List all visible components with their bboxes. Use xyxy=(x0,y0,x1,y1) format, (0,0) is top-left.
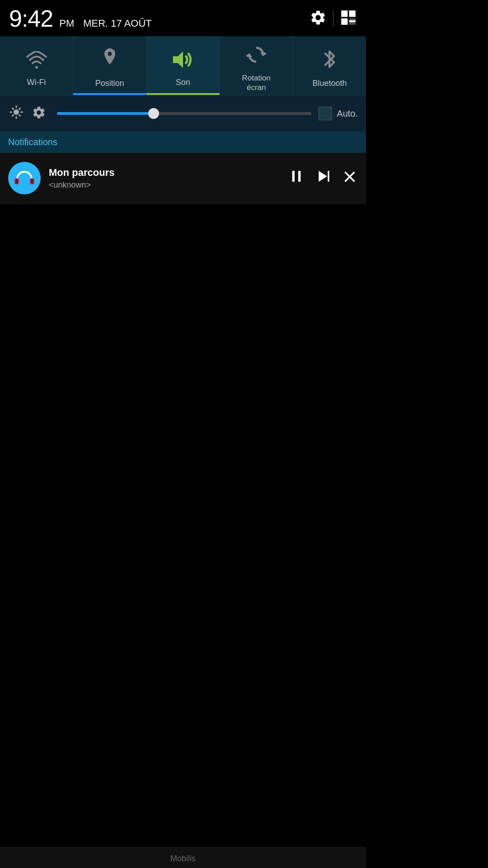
svg-rect-1 xyxy=(349,10,356,17)
close-button[interactable] xyxy=(342,168,358,189)
svg-rect-12 xyxy=(31,179,33,184)
svg-point-5 xyxy=(35,66,38,69)
brightness-fill xyxy=(57,112,154,115)
notifications-header: Notifications xyxy=(0,132,366,153)
notif-subtitle: <unknown> xyxy=(49,180,279,190)
status-bar: 9:42 PM MER. 17 AOÛT xyxy=(0,0,366,36)
svg-marker-15 xyxy=(319,171,327,182)
pause-button[interactable] xyxy=(287,167,305,189)
bluetooth-icon xyxy=(321,48,338,75)
tile-position-label: Position xyxy=(95,79,124,89)
svg-rect-13 xyxy=(292,171,295,182)
multitask-icon[interactable] xyxy=(340,9,357,28)
status-left: 9:42 PM MER. 17 AOÛT xyxy=(9,5,152,32)
clock-time: 9:42 xyxy=(9,5,53,32)
brightness-slider[interactable] xyxy=(57,112,311,115)
clock-ampm: PM xyxy=(59,18,74,29)
tile-bluetooth[interactable]: Bluetooth xyxy=(293,36,366,95)
auto-brightness-label: Auto. xyxy=(337,108,358,119)
status-date: MER. 17 AOÛT xyxy=(83,18,152,29)
tile-rotation-indicator xyxy=(220,93,293,95)
notif-app-icon xyxy=(8,162,41,194)
bottom-bar: Mobilis xyxy=(0,847,366,868)
svg-rect-16 xyxy=(328,171,329,182)
svg-rect-14 xyxy=(298,171,300,182)
tile-position-indicator xyxy=(73,93,146,95)
empty-area xyxy=(0,204,366,746)
notif-title: Mon parcours xyxy=(49,167,279,179)
wifi-icon xyxy=(26,49,47,74)
tile-position[interactable]: Position xyxy=(73,36,146,95)
svg-point-6 xyxy=(108,52,112,56)
tile-rotation-label: Rotation écran xyxy=(242,74,271,92)
notification-card[interactable]: Mon parcours <unknown> xyxy=(0,153,366,204)
brightness-row: Auto. xyxy=(0,95,366,132)
svg-marker-7 xyxy=(173,51,183,68)
svg-rect-0 xyxy=(341,10,347,17)
notif-actions xyxy=(287,167,358,189)
sound-icon xyxy=(171,49,195,74)
next-button[interactable] xyxy=(314,167,333,189)
auto-brightness-checkbox[interactable] xyxy=(319,107,332,120)
status-divider xyxy=(333,10,333,27)
tile-wifi[interactable]: Wi-Fi xyxy=(0,36,73,95)
settings-icon[interactable] xyxy=(310,9,327,28)
tile-son-label: Son xyxy=(176,78,190,88)
position-icon xyxy=(102,48,118,75)
tile-bluetooth-label: Bluetooth xyxy=(312,79,347,89)
brightness-icon[interactable] xyxy=(8,104,24,123)
notifications-title: Notifications xyxy=(8,137,57,147)
status-right xyxy=(310,9,357,28)
svg-rect-11 xyxy=(15,179,18,184)
brightness-settings-icon[interactable] xyxy=(32,105,46,122)
quick-settings: Wi-Fi Position Son xyxy=(0,36,366,95)
notif-content: Mon parcours <unknown> xyxy=(49,167,279,190)
tile-son-indicator xyxy=(146,93,219,95)
brightness-thumb[interactable] xyxy=(148,108,159,119)
tile-rotation[interactable]: Rotation écran xyxy=(220,36,293,95)
auto-brightness: Auto. xyxy=(319,107,358,120)
tile-son[interactable]: Son xyxy=(146,36,220,95)
rotation-icon xyxy=(246,44,267,70)
tile-bluetooth-indicator xyxy=(293,93,366,95)
tile-wifi-indicator xyxy=(0,93,73,95)
svg-rect-2 xyxy=(341,19,347,25)
tile-wifi-label: Wi-Fi xyxy=(27,78,46,88)
bottom-label: Mobilis xyxy=(170,854,196,863)
